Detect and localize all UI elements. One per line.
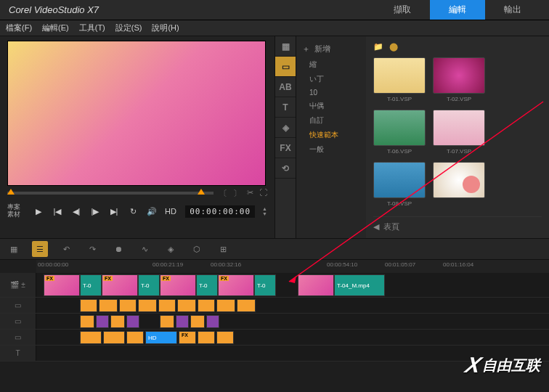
timecode-display[interactable]: 00:00:00:00 [185, 205, 255, 218]
menu-edit[interactable]: 編輯(E) [42, 23, 69, 33]
sidetab-path[interactable]: ◈ [275, 118, 296, 138]
video-track-head[interactable]: 🎬 ± [0, 273, 36, 297]
hd-button[interactable]: HD [164, 205, 177, 218]
lib-item-general[interactable]: 一般 [296, 142, 366, 157]
sidetab-media[interactable]: ▦ [275, 36, 296, 57]
sidetab-fx[interactable]: FX [275, 138, 296, 158]
thumb-t02[interactable]: T-02.VSP [433, 57, 485, 102]
clip[interactable] [237, 299, 256, 312]
lib-item-1[interactable]: 縮 [296, 57, 366, 72]
clip[interactable] [96, 315, 109, 328]
sidetab-title[interactable]: T [275, 97, 296, 118]
sidetab-link[interactable]: ⟲ [275, 158, 296, 179]
title-track-head[interactable]: T [0, 346, 36, 361]
clip[interactable]: T-0 [80, 274, 102, 296]
go-end-button[interactable]: ▶| [107, 205, 121, 218]
clip[interactable] [158, 299, 176, 312]
lib-item-quick-template[interactable]: 快速範本 [296, 128, 366, 142]
clip[interactable]: FX [44, 274, 80, 296]
clip[interactable] [80, 315, 94, 328]
scrubber-track[interactable] [7, 192, 214, 195]
video-track-body[interactable]: FX T-0 FX T-0 FX T-0 FX T-0 T-04_M.mp4 [36, 273, 549, 297]
timeline-ruler[interactable]: 00:00:00:00 00:00:21:19 00:00:32:16 00:0… [36, 260, 549, 273]
folder-icon[interactable]: 📁 [373, 42, 383, 52]
clip[interactable]: T-0 [138, 274, 160, 296]
thumb-t09[interactable] [433, 162, 485, 207]
chapter-button[interactable]: ⬡ [189, 241, 205, 257]
lib-item-3[interactable]: 10 [296, 86, 366, 99]
tab-edit[interactable]: 編輯 [430, 0, 485, 20]
clip[interactable]: FX [102, 274, 138, 296]
marker-button[interactable]: ◈ [163, 241, 179, 257]
expand-icon[interactable]: ⛶ [259, 188, 267, 199]
clip[interactable] [126, 331, 144, 344]
clip[interactable] [190, 315, 205, 328]
clip[interactable]: FX [179, 331, 196, 344]
clip[interactable] [126, 315, 139, 328]
sidetab-ab[interactable]: AB [275, 77, 296, 97]
clip[interactable] [138, 299, 157, 312]
play-button[interactable]: ▶ [32, 205, 45, 218]
cut-icon[interactable]: ✂ [247, 188, 253, 199]
volume-button[interactable]: 🔊 [145, 205, 158, 218]
clip[interactable] [198, 331, 215, 344]
preview-canvas[interactable] [7, 41, 266, 186]
lib-item-5[interactable]: 自訂 [296, 113, 366, 128]
thumb-t07[interactable]: T-07.VSP [433, 110, 485, 155]
clip[interactable] [80, 331, 102, 344]
redo-button[interactable]: ↷ [84, 241, 100, 257]
record-button[interactable]: ⏺ [110, 241, 126, 257]
overlay-track-3-body[interactable]: HD FX [36, 330, 549, 345]
prev-frame-button[interactable]: ◀| [70, 205, 83, 218]
thumb-t06[interactable]: T-06.VSP [373, 110, 426, 155]
repeat-button[interactable]: ↻ [126, 205, 139, 218]
undo-button[interactable]: ↶ [58, 241, 74, 257]
mark-out-icon[interactable]: 〕 [233, 188, 241, 199]
next-frame-button[interactable]: |▶ [89, 205, 102, 218]
overlay-track-1-head[interactable]: ▭ [0, 298, 36, 313]
clip[interactable] [198, 299, 215, 312]
clip[interactable]: T-04_M.mp4 [334, 274, 385, 296]
clip[interactable] [216, 299, 235, 312]
timecode-stepper[interactable]: ▲▼ [262, 206, 267, 216]
mixer-button[interactable]: ∿ [137, 241, 152, 257]
clip[interactable] [176, 315, 189, 328]
scrubber[interactable]: 〔 〕 ✂ ⛶ [7, 186, 267, 200]
tab-capture[interactable]: 擷取 [375, 0, 430, 20]
mark-in-icon[interactable]: 〔 [219, 188, 227, 199]
lib-item-4[interactable]: 屮偶 [296, 99, 366, 113]
tab-output[interactable]: 輸出 [485, 0, 540, 20]
scrubber-start-handle[interactable] [7, 189, 15, 195]
menu-file[interactable]: 檔案(F) [6, 23, 32, 33]
sidetab-template[interactable]: ▭ [275, 57, 296, 77]
clip[interactable] [119, 299, 137, 312]
clip[interactable]: HD [145, 331, 177, 344]
clip[interactable] [216, 331, 234, 344]
storyboard-view-button[interactable]: ▦ [6, 241, 22, 257]
overlay-track-2-body[interactable] [36, 314, 549, 329]
clip[interactable]: T-0 [196, 274, 218, 296]
menu-tools[interactable]: 工具(T) [79, 23, 105, 33]
overlay-track-2-head[interactable]: ▭ [0, 314, 36, 329]
clip[interactable] [99, 299, 118, 312]
library-add-button[interactable]: ＋新增 [296, 41, 366, 57]
clip[interactable] [80, 299, 97, 312]
overlay-track-1-body[interactable] [36, 298, 549, 313]
track-button[interactable]: ⊞ [215, 241, 231, 257]
clip[interactable]: FX [218, 274, 254, 296]
clip[interactable] [160, 315, 174, 328]
preview-mode-label[interactable]: 專案 素材 [7, 204, 26, 219]
chevron-left-icon[interactable]: ◀ [373, 222, 379, 232]
timeline-view-button[interactable]: ☰ [32, 241, 48, 257]
clip[interactable] [103, 331, 125, 344]
menu-settings[interactable]: 設定(S) [115, 23, 142, 33]
clip[interactable]: FX [160, 274, 196, 296]
menu-help[interactable]: 說明(H) [152, 23, 179, 33]
go-start-button[interactable]: |◀ [51, 205, 64, 218]
clip[interactable] [206, 315, 219, 328]
disc-icon[interactable]: ⬤ [389, 42, 398, 52]
clip[interactable]: T-0 [254, 274, 276, 296]
scrubber-end-handle[interactable] [198, 189, 205, 195]
thumb-t08[interactable]: T-08.VSP [373, 162, 426, 207]
clip[interactable] [110, 315, 125, 328]
